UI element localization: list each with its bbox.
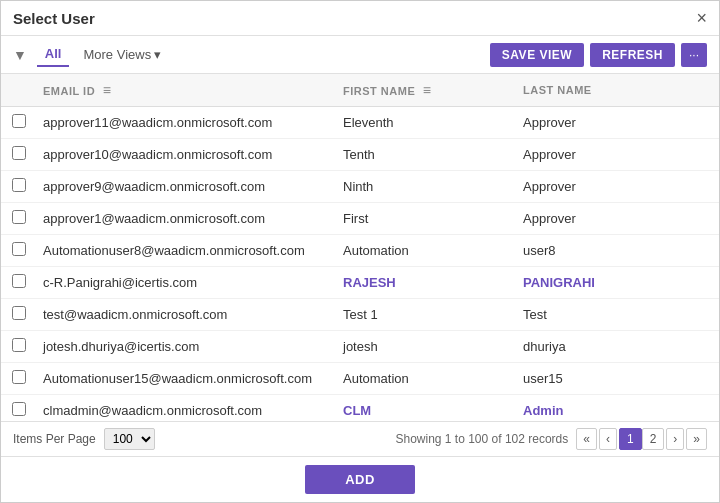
add-section: ADD <box>1 456 719 502</box>
email-col-menu-icon[interactable]: ≡ <box>103 82 112 98</box>
row-email: approver1@waadicm.onmicrosoft.com <box>37 203 337 235</box>
showing-text: Showing 1 to 100 of 102 records <box>395 432 568 446</box>
modal-title: Select User <box>13 10 95 27</box>
pagination-next-button[interactable]: › <box>666 428 684 450</box>
row-first-name: Ninth <box>337 171 517 203</box>
row-first-name: Eleventh <box>337 107 517 139</box>
row-email: c-R.Panigrahi@icertis.com <box>37 267 337 299</box>
row-checkbox-cell <box>1 107 37 139</box>
pagination-pages: 12 <box>619 428 664 450</box>
row-checkbox[interactable] <box>12 146 26 160</box>
row-first-name: Automation <box>337 363 517 395</box>
pagination-first-button[interactable]: « <box>576 428 597 450</box>
row-checkbox-cell <box>1 139 37 171</box>
table-row: c-R.Panigrahi@icertis.comRAJESHPANIGRAHI <box>1 267 719 299</box>
row-checkbox-cell <box>1 235 37 267</box>
row-first-name: First <box>337 203 517 235</box>
row-checkbox-cell <box>1 203 37 235</box>
last-name-col-label: LAST NAME <box>523 84 592 96</box>
row-email: approver9@waadicm.onmicrosoft.com <box>37 171 337 203</box>
pagination-last-button[interactable]: » <box>686 428 707 450</box>
row-checkbox[interactable] <box>12 370 26 384</box>
row-last-name: Test <box>517 299 719 331</box>
save-view-button[interactable]: SAVE VIEW <box>490 43 584 67</box>
table-row: approver10@waadicm.onmicrosoft.comTenthA… <box>1 139 719 171</box>
row-last-name: Approver <box>517 171 719 203</box>
toolbar: ▼ All More Views ▾ SAVE VIEW REFRESH ··· <box>1 36 719 74</box>
row-checkbox-cell <box>1 331 37 363</box>
row-checkbox[interactable] <box>12 338 26 352</box>
col-header-last-name: LAST NAME <box>517 74 719 107</box>
row-last-name: user15 <box>517 363 719 395</box>
table-row: Automationuser8@waadicm.onmicrosoft.comA… <box>1 235 719 267</box>
select-user-modal: Select User × ▼ All More Views ▾ SAVE VI… <box>0 0 720 503</box>
row-checkbox[interactable] <box>12 274 26 288</box>
row-first-name: Test 1 <box>337 299 517 331</box>
col-header-check <box>1 74 37 107</box>
row-email: Automationuser8@waadicm.onmicrosoft.com <box>37 235 337 267</box>
row-checkbox-cell <box>1 171 37 203</box>
table-row: approver1@waadicm.onmicrosoft.comFirstAp… <box>1 203 719 235</box>
row-first-name: RAJESH <box>337 267 517 299</box>
row-email: clmadmin@waadicm.onmicrosoft.com <box>37 395 337 422</box>
table-row: jotesh.dhuriya@icertis.comjoteshdhuriya <box>1 331 719 363</box>
row-first-name: Tenth <box>337 139 517 171</box>
first-name-col-menu-icon[interactable]: ≡ <box>423 82 432 98</box>
pagination-prev-button[interactable]: ‹ <box>599 428 617 450</box>
row-checkbox[interactable] <box>12 306 26 320</box>
first-name-col-label: FIRST NAME <box>343 85 415 97</box>
row-last-name: dhuriya <box>517 331 719 363</box>
chevron-down-icon: ▾ <box>154 47 161 62</box>
row-checkbox-cell <box>1 395 37 422</box>
row-first-name: CLM <box>337 395 517 422</box>
row-checkbox[interactable] <box>12 178 26 192</box>
email-col-label: EMAIL ID <box>43 85 95 97</box>
filter-icon[interactable]: ▼ <box>13 47 27 63</box>
user-table: EMAIL ID ≡ FIRST NAME ≡ LAST NAME approv… <box>1 74 719 421</box>
page-number-button[interactable]: 2 <box>642 428 665 450</box>
table-row: test@waadicm.onmicrosoft.comTest 1Test <box>1 299 719 331</box>
refresh-button[interactable]: REFRESH <box>590 43 675 67</box>
tab-all[interactable]: All <box>37 42 70 67</box>
pagination: « ‹ 12 › » <box>576 428 707 450</box>
row-last-name: user8 <box>517 235 719 267</box>
page-number-button[interactable]: 1 <box>619 428 642 450</box>
table-container: EMAIL ID ≡ FIRST NAME ≡ LAST NAME approv… <box>1 74 719 421</box>
row-first-name: Automation <box>337 235 517 267</box>
col-header-first-name: FIRST NAME ≡ <box>337 74 517 107</box>
table-body: approver11@waadicm.onmicrosoft.comEleven… <box>1 107 719 422</box>
tab-more-views[interactable]: More Views ▾ <box>75 43 169 66</box>
more-options-button[interactable]: ··· <box>681 43 707 67</box>
table-header-row: EMAIL ID ≡ FIRST NAME ≡ LAST NAME <box>1 74 719 107</box>
row-checkbox[interactable] <box>12 242 26 256</box>
row-last-name: PANIGRAHI <box>517 267 719 299</box>
row-first-name: jotesh <box>337 331 517 363</box>
row-email: Automationuser15@waadicm.onmicrosoft.com <box>37 363 337 395</box>
table-row: clmadmin@waadicm.onmicrosoft.comCLMAdmin <box>1 395 719 422</box>
row-checkbox[interactable] <box>12 402 26 416</box>
table-row: approver11@waadicm.onmicrosoft.comEleven… <box>1 107 719 139</box>
row-checkbox-cell <box>1 267 37 299</box>
col-header-email: EMAIL ID ≡ <box>37 74 337 107</box>
table-row: approver9@waadicm.onmicrosoft.comNinthAp… <box>1 171 719 203</box>
row-last-name: Admin <box>517 395 719 422</box>
row-email: test@waadicm.onmicrosoft.com <box>37 299 337 331</box>
close-button[interactable]: × <box>696 9 707 27</box>
row-checkbox[interactable] <box>12 210 26 224</box>
row-last-name: Approver <box>517 107 719 139</box>
row-email: approver11@waadicm.onmicrosoft.com <box>37 107 337 139</box>
add-button[interactable]: ADD <box>305 465 415 494</box>
row-email: jotesh.dhuriya@icertis.com <box>37 331 337 363</box>
modal-header: Select User × <box>1 1 719 36</box>
tab-more-label: More Views <box>83 47 151 62</box>
table-row: Automationuser15@waadicm.onmicrosoft.com… <box>1 363 719 395</box>
row-checkbox-cell <box>1 299 37 331</box>
row-last-name: Approver <box>517 203 719 235</box>
row-checkbox[interactable] <box>12 114 26 128</box>
row-email: approver10@waadicm.onmicrosoft.com <box>37 139 337 171</box>
row-last-name: Approver <box>517 139 719 171</box>
row-checkbox-cell <box>1 363 37 395</box>
items-per-page-label: Items Per Page <box>13 432 96 446</box>
footer: Items Per Page 102550100 Showing 1 to 10… <box>1 421 719 456</box>
items-per-page-select[interactable]: 102550100 <box>104 428 155 450</box>
